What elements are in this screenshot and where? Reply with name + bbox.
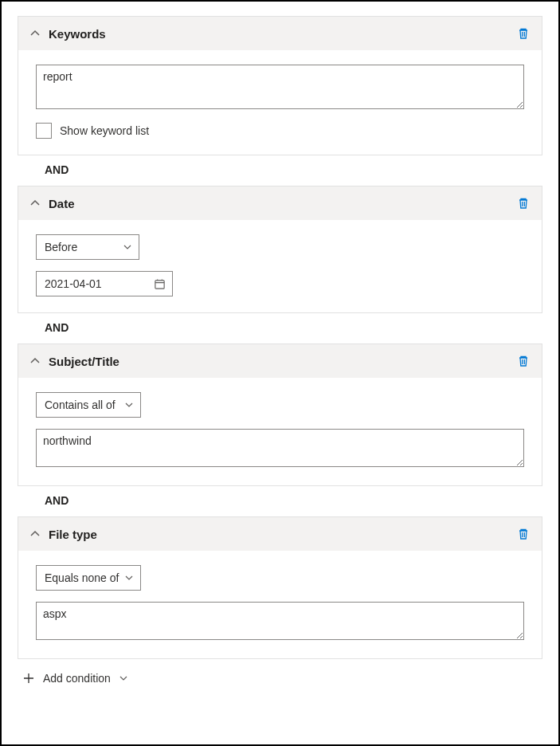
dropdown-value: Before — [45, 241, 77, 253]
dropdown-value: Contains all of — [45, 399, 116, 411]
condition-body: Before 2021-04-01 — [18, 220, 542, 312]
chevron-up-icon[interactable] — [29, 28, 41, 39]
filetype-operator-dropdown[interactable]: Equals none of — [36, 565, 141, 591]
add-condition-label: Add condition — [43, 672, 111, 685]
keywords-input[interactable] — [36, 65, 524, 109]
delete-icon[interactable] — [516, 196, 531, 210]
condition-title: File type — [49, 528, 516, 541]
chevron-up-icon[interactable] — [29, 355, 41, 367]
condition-card-filetype: File type Equals none of — [18, 516, 542, 659]
condition-title: Subject/Title — [49, 355, 516, 368]
show-keyword-list-row: Show keyword list — [36, 123, 524, 139]
chevron-down-icon — [124, 400, 134, 410]
condition-title: Date — [49, 197, 516, 210]
subject-input[interactable] — [36, 429, 524, 467]
delete-icon[interactable] — [516, 26, 531, 41]
condition-card-date: Date Before 2021-04-01 — [18, 186, 542, 313]
subject-operator-dropdown[interactable]: Contains all of — [36, 392, 141, 418]
svg-rect-0 — [155, 280, 163, 288]
plus-icon — [22, 672, 35, 685]
operator-label: AND — [18, 313, 542, 344]
condition-card-subject: Subject/Title Contains all of — [18, 344, 542, 486]
condition-title: Keywords — [49, 27, 516, 41]
chevron-down-icon — [123, 242, 132, 252]
condition-header: File type — [18, 517, 542, 551]
condition-body: Equals none of — [18, 551, 542, 658]
show-keyword-list-checkbox[interactable] — [36, 123, 52, 139]
operator-label: AND — [18, 155, 542, 186]
delete-icon[interactable] — [516, 527, 531, 541]
operator-label: AND — [18, 486, 542, 516]
condition-header: Date — [18, 186, 542, 220]
chevron-down-icon — [119, 673, 128, 683]
add-condition-button[interactable]: Add condition — [18, 659, 542, 685]
delete-icon[interactable] — [516, 354, 531, 368]
filetype-input[interactable] — [36, 602, 524, 640]
condition-body: Contains all of — [18, 378, 542, 485]
calendar-icon — [153, 277, 166, 290]
chevron-down-icon — [124, 573, 134, 583]
condition-header: Keywords — [18, 17, 542, 50]
date-value: 2021-04-01 — [45, 277, 102, 290]
condition-card-keywords: Keywords Show keyword list — [18, 16, 542, 155]
condition-header: Subject/Title — [18, 344, 542, 378]
date-operator-dropdown[interactable]: Before — [36, 234, 139, 260]
chevron-up-icon[interactable] — [29, 198, 41, 209]
condition-body: Show keyword list — [18, 50, 542, 155]
checkbox-label: Show keyword list — [60, 124, 149, 137]
dropdown-value: Equals none of — [45, 571, 119, 584]
date-input[interactable]: 2021-04-01 — [36, 271, 173, 296]
chevron-up-icon[interactable] — [29, 528, 41, 540]
